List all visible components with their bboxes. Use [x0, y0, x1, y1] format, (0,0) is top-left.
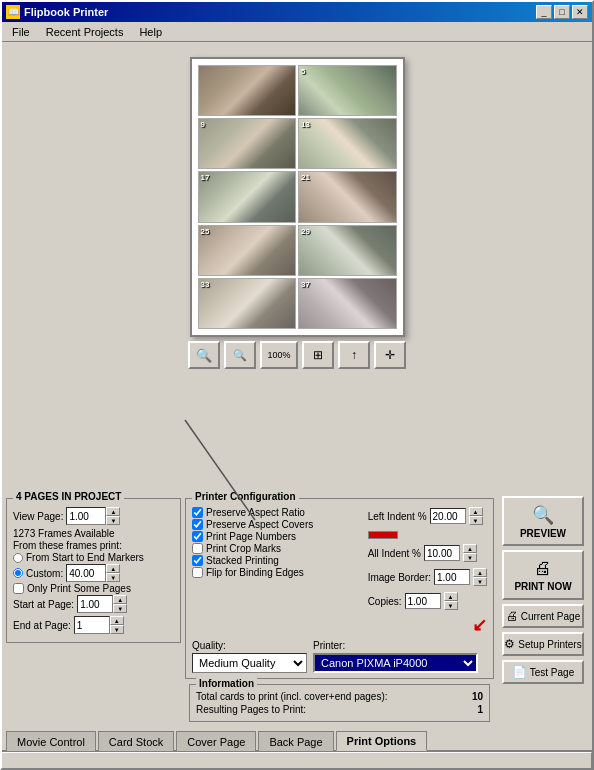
frame-num-9: 33: [201, 280, 210, 289]
thumb-img-2: [299, 66, 396, 115]
copies-label: Copies:: [368, 596, 402, 607]
custom-down[interactable]: ▼: [106, 573, 120, 582]
cb-preserve-ratio: Preserve Aspect Ratio: [192, 507, 360, 518]
custom-up[interactable]: ▲: [106, 564, 120, 573]
test-page-label: Test Page: [530, 667, 574, 678]
tab-bar: Movie Control Card Stock Cover Page Back…: [2, 728, 592, 750]
cb-page-numbers-label: Print Page Numbers: [206, 531, 296, 542]
preview-area: 5 9 13 17 21: [2, 42, 592, 488]
image-border-row: Image Border: ▲ ▼: [368, 568, 487, 586]
tab-print-options[interactable]: Print Options: [336, 731, 428, 751]
printer-select[interactable]: Canon PIXMA iP4000: [313, 653, 478, 673]
resulting-pages-label: Resulting Pages to Print:: [196, 704, 306, 715]
setup-printers-button[interactable]: ⚙ Setup Printers: [502, 632, 584, 656]
end-page-down[interactable]: ▼: [110, 625, 124, 634]
left-indent-up[interactable]: ▲: [469, 507, 483, 516]
print-icon: 🖨: [534, 558, 552, 579]
thumb-img-9: [199, 279, 296, 328]
preview-button[interactable]: 🔍 PREVIEW: [502, 496, 584, 546]
radio-custom: Custom: 40.00 ▲ ▼: [13, 564, 174, 582]
main-window: 📖 Flipbook Printer _ □ ✕ File Recent Pro…: [0, 0, 594, 770]
thumb-cell-10: 37: [298, 278, 397, 329]
fit-button[interactable]: ⊞: [302, 341, 334, 369]
frame-num-7: 25: [201, 227, 210, 236]
radio-start-end-input[interactable]: [13, 553, 23, 563]
tab-card-label: Card Stock: [109, 736, 163, 748]
view-page-up[interactable]: ▲: [106, 507, 120, 516]
left-indent-input[interactable]: [430, 508, 466, 524]
zoom-out-button[interactable]: 🔍: [224, 341, 256, 369]
thumb-img-4: [299, 119, 396, 168]
image-border-input[interactable]: [434, 569, 470, 585]
frame-num-4: 13: [301, 120, 310, 129]
maximize-button[interactable]: □: [554, 5, 570, 19]
image-border-up[interactable]: ▲: [473, 568, 487, 577]
tab-movie-control[interactable]: Movie Control: [6, 731, 96, 751]
start-page-input[interactable]: [77, 595, 113, 613]
close-button[interactable]: ✕: [572, 5, 588, 19]
all-indent-label: All Indent %: [368, 548, 421, 559]
menu-recent-projects[interactable]: Recent Projects: [40, 24, 130, 40]
print-now-button[interactable]: 🖨 PRINT NOW: [502, 550, 584, 600]
zoom-in-button[interactable]: 🔍: [188, 341, 220, 369]
all-indent-row: All Indent % ▲ ▼: [368, 544, 487, 562]
quality-select[interactable]: Medium Quality Low Quality High Quality: [192, 653, 307, 673]
nav-move-button[interactable]: ✛: [374, 341, 406, 369]
image-border-spin: ▲ ▼: [473, 568, 487, 586]
all-indent-input[interactable]: [424, 545, 460, 561]
tab-cover-page[interactable]: Cover Page: [176, 731, 256, 751]
view-page-down[interactable]: ▼: [106, 516, 120, 525]
start-page-down[interactable]: ▼: [113, 604, 127, 613]
zoom-in-icon: 🔍: [196, 348, 212, 363]
all-indent-spin: ▲ ▼: [463, 544, 477, 562]
copies-down[interactable]: ▼: [444, 601, 458, 610]
only-print-checkbox[interactable]: [13, 583, 24, 594]
cb-crop-marks-input[interactable]: [192, 543, 203, 554]
cb-preserve-covers-input[interactable]: [192, 519, 203, 530]
fit-icon: ⊞: [313, 348, 323, 362]
view-page-input[interactable]: 1.00: [66, 507, 106, 525]
menu-help[interactable]: Help: [133, 24, 168, 40]
thumb-img-5: [199, 172, 296, 221]
information-section: Information Total cards to print (incl. …: [189, 684, 490, 722]
nav-up-button[interactable]: ↑: [338, 341, 370, 369]
end-page-up[interactable]: ▲: [110, 616, 124, 625]
quality-printer-row: Quality: Medium Quality Low Quality High…: [192, 640, 487, 673]
tab-card-stock[interactable]: Card Stock: [98, 731, 174, 751]
cb-preserve-ratio-input[interactable]: [192, 507, 203, 518]
cb-stacked-label: Stacked Printing: [206, 555, 279, 566]
cb-flip-binding-input[interactable]: [192, 567, 203, 578]
current-page-button[interactable]: 🖨 Current Page: [502, 604, 584, 628]
all-indent-down[interactable]: ▼: [463, 553, 477, 562]
frame-num-2: 5: [301, 67, 305, 76]
cb-preserve-covers-label: Preserve Aspect Covers: [206, 519, 313, 530]
cb-page-numbers-input[interactable]: [192, 531, 203, 542]
end-page-row: End at Page: ▲ ▼: [13, 616, 174, 634]
middle-panel: Printer Configuration Preserve Aspect Ra…: [185, 492, 494, 724]
all-indent-up[interactable]: ▲: [463, 544, 477, 553]
test-page-button[interactable]: 📄 Test Page: [502, 660, 584, 684]
custom-input[interactable]: 40.00: [66, 564, 106, 582]
copies-up[interactable]: ▲: [444, 592, 458, 601]
end-page-input[interactable]: [74, 616, 110, 634]
radio-custom-input[interactable]: [13, 568, 23, 578]
current-page-icon: 🖨: [506, 609, 518, 623]
tab-back-page[interactable]: Back Page: [258, 731, 333, 751]
thumb-cell-6: 21: [298, 171, 397, 222]
status-bar: [2, 750, 592, 768]
minimize-button[interactable]: _: [536, 5, 552, 19]
start-page-up[interactable]: ▲: [113, 595, 127, 604]
view-page-label: View Page:: [13, 511, 63, 522]
cb-stacked-input[interactable]: [192, 555, 203, 566]
right-buttons: 🔍 PREVIEW 🖨 PRINT NOW 🖨 Current Page ⚙ S…: [498, 492, 588, 724]
image-border-down[interactable]: ▼: [473, 577, 487, 586]
copies-input[interactable]: [405, 593, 441, 609]
thumb-cell-1: [198, 65, 297, 116]
menu-bar: File Recent Projects Help: [2, 22, 592, 42]
config-group-title: Printer Configuration: [192, 491, 299, 502]
menu-file[interactable]: File: [6, 24, 36, 40]
zoom-100-button[interactable]: 100%: [260, 341, 298, 369]
cb-flip-binding: Flip for Binding Edges: [192, 567, 360, 578]
left-indent-down[interactable]: ▼: [469, 516, 483, 525]
red-arrow-container: ↙: [368, 614, 487, 636]
